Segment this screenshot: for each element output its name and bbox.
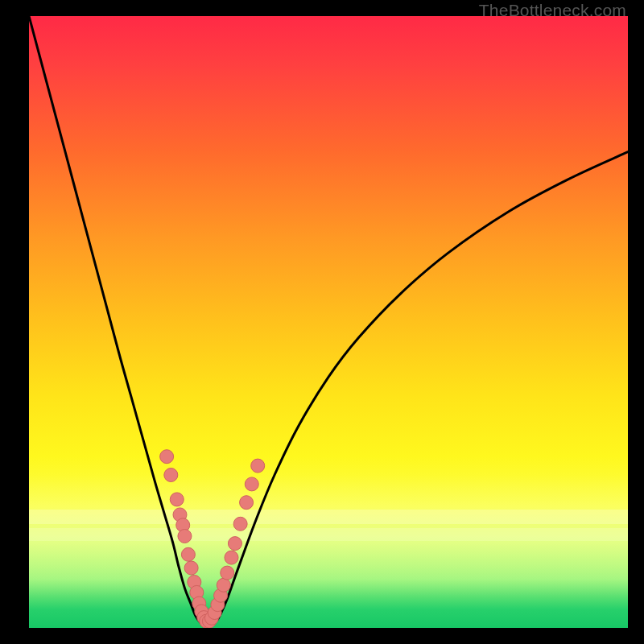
marker-dot [221, 566, 234, 580]
marker-dot [217, 578, 230, 592]
marker-dot [228, 537, 242, 551]
marker-dot [211, 598, 225, 612]
marker-dot [214, 588, 228, 602]
marker-dot [188, 576, 201, 589]
watermark-text: TheBottleneck.com [479, 1, 626, 20]
marker-dot [208, 606, 221, 620]
marker-dot [184, 561, 198, 575]
plot-area [29, 16, 628, 628]
marker-dot [240, 496, 254, 510]
marker-dot [225, 551, 238, 564]
marker-group [160, 450, 265, 628]
marker-dot [245, 477, 258, 491]
marker-dot [200, 614, 213, 628]
marker-dot [204, 611, 218, 625]
bottleneck-curve [29, 16, 628, 625]
marker-dot [173, 508, 187, 522]
marker-dot [192, 597, 206, 610]
marker-dot [160, 450, 174, 464]
marker-dot [202, 614, 216, 628]
marker-dot [195, 605, 208, 618]
haze-band-2 [29, 528, 628, 541]
marker-dot [197, 611, 211, 625]
marker-dot [251, 459, 265, 473]
chart-frame: TheBottleneck.com [0, 0, 644, 644]
marker-dot [181, 547, 195, 561]
glow-band [29, 475, 628, 628]
marker-dot [190, 585, 204, 599]
curve-layer [29, 16, 628, 628]
marker-dot [178, 530, 192, 543]
marker-dot [233, 517, 247, 530]
marker-dot [164, 469, 178, 482]
marker-dot [170, 493, 184, 506]
marker-dot [176, 518, 190, 532]
haze-band-1 [29, 510, 628, 524]
